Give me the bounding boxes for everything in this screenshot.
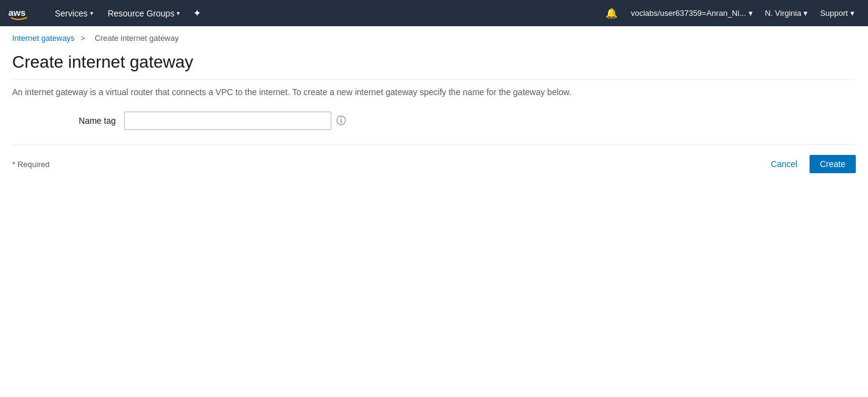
cancel-button[interactable]: Cancel (763, 156, 805, 173)
region-chevron-icon: ▾ (803, 9, 808, 18)
name-tag-label: Name tag (61, 116, 116, 126)
top-nav: aws Services ▾ Resource Groups ▾ ✦ 🔔 voc… (0, 0, 868, 26)
name-tag-input[interactable] (124, 112, 331, 130)
user-chevron-icon: ▾ (749, 9, 753, 18)
services-label: Services (55, 9, 88, 18)
resource-groups-nav[interactable]: Resource Groups ▾ (101, 0, 188, 26)
bell-icon: 🔔 (605, 7, 618, 19)
resource-groups-chevron-icon: ▾ (177, 10, 180, 16)
breadcrumb-link[interactable]: Internet gateways (12, 34, 75, 43)
breadcrumb: Internet gateways > Create internet gate… (0, 26, 868, 46)
region-label: N. Virginia (765, 9, 802, 18)
services-chevron-icon: ▾ (90, 10, 93, 16)
breadcrumb-separator: > (80, 34, 85, 43)
info-icon[interactable]: ⓘ (336, 115, 346, 127)
svg-text:aws: aws (9, 7, 26, 17)
create-button[interactable]: Create (810, 155, 856, 173)
services-nav[interactable]: Services ▾ (48, 0, 101, 26)
form-footer: * Required Cancel Create (12, 145, 856, 173)
region-menu[interactable]: N. Virginia ▾ (759, 0, 814, 26)
name-tag-row: Name tag ⓘ (12, 112, 856, 130)
nav-right: 🔔 voclabs/user637359=Anran_Ni... ▾ N. Vi… (598, 0, 861, 26)
page-title: Create internet gateway (12, 52, 856, 80)
required-note: * Required (12, 160, 49, 169)
pin-nav[interactable]: ✦ (187, 0, 207, 26)
support-menu[interactable]: Support ▾ (814, 0, 861, 26)
pin-icon: ✦ (193, 7, 201, 19)
aws-logo[interactable]: aws (7, 4, 38, 23)
resource-groups-label: Resource Groups (108, 9, 175, 18)
support-label: Support (820, 9, 848, 18)
user-label: voclabs/user637359=Anran_Ni... (631, 9, 746, 18)
notifications-bell[interactable]: 🔔 (598, 0, 625, 26)
main-content: Create internet gateway An internet gate… (0, 46, 868, 185)
footer-buttons: Cancel Create (763, 155, 856, 173)
support-chevron-icon: ▾ (850, 9, 855, 18)
breadcrumb-current: Create internet gateway (94, 34, 178, 43)
user-menu[interactable]: voclabs/user637359=Anran_Ni... ▾ (625, 0, 759, 26)
page-description: An internet gateway is a virtual router … (12, 87, 856, 97)
